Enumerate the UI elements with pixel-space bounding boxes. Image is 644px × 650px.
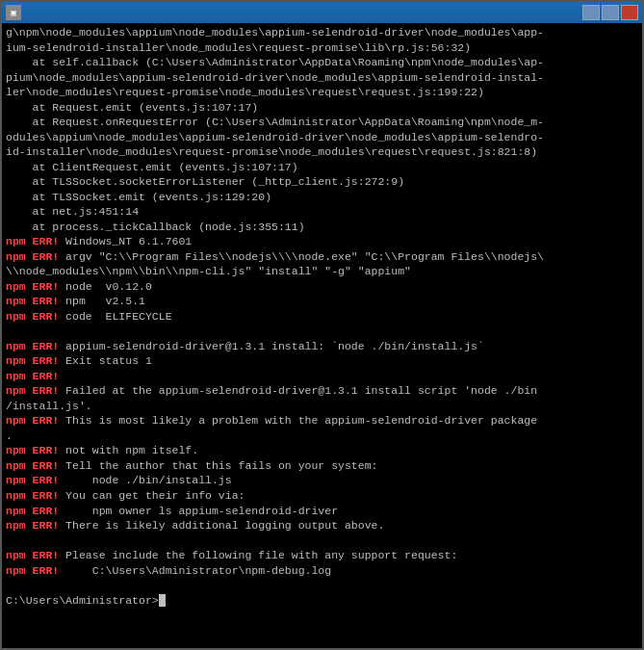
cursor [159,594,166,607]
npm-err-label: npm ERR! [6,444,59,456]
terminal-line: npm ERR! appium-selendroid-driver@1.3.1 … [6,339,638,354]
terminal-line: npm ERR! There is likely additional logg… [6,518,638,533]
npm-err-text: argv "C:\\Program Files\\nodejs\\\\node.… [6,250,544,278]
npm-err-text: node ./bin/install.js [59,474,231,486]
npm-err-label: npm ERR! [6,474,59,486]
npm-err-text: npm v2.5.1 [59,295,145,307]
npm-err-label: npm ERR! [6,564,59,577]
terminal-line: npm ERR! node v0.12.0 [6,279,638,295]
minimize-button[interactable] [582,5,600,20]
npm-err-label: npm ERR! [6,489,59,502]
npm-err-text: Exit status 1 [59,354,152,367]
close-button[interactable] [621,5,638,20]
terminal-body[interactable]: g\npm\node_modules\appium\node_modules\a… [2,23,642,648]
terminal-line: at ClientRequest.emit (events.js:107:17) [6,160,638,175]
cmd-window: ▣ g\npm\node_modules\appium\node_modules… [0,0,644,650]
terminal-line: npm ERR! Please include the following fi… [6,548,638,563]
terminal-line: npm ERR! Exit status 1 [6,353,638,369]
npm-err-label: npm ERR! [6,370,59,382]
npm-err-text: npm owner ls appium-selendroid-driver [59,505,338,517]
terminal-line: npm ERR! npm v2.5.1 [6,294,638,309]
npm-err-label: npm ERR! [6,384,59,397]
terminal-line: npm ERR! Failed at the appium-selendroid… [6,383,638,413]
titlebar: ▣ [2,2,642,23]
npm-err-text: You can get their info via: [59,489,245,502]
terminal-line: at Request.emit (events.js:107:17) [6,100,638,116]
npm-err-label: npm ERR! [6,505,59,517]
terminal-line: at process._tickCallback (node.js:355:11… [6,220,638,235]
cmd-icon: ▣ [6,5,21,20]
terminal-line: at net.js:451:14 [6,204,638,220]
terminal-line: C:\Users\Administrator> [6,593,638,609]
terminal-line: npm ERR! not with npm itself. [6,443,638,458]
terminal-line: npm ERR! You can get their info via: [6,488,638,504]
titlebar-left: ▣ [6,5,25,20]
npm-err-text: not with npm itself. [59,444,198,456]
terminal-line: npm ERR! Windows_NT 6.1.7601 [6,234,638,249]
terminal-line [6,578,638,593]
npm-err-label: npm ERR! [6,280,59,293]
terminal-line: npm ERR! [6,369,638,384]
npm-err-label: npm ERR! [6,549,59,561]
npm-err-label: npm ERR! [6,519,59,532]
npm-err-text: Please include the following file with a… [59,549,457,561]
npm-err-text: Failed at the appium-selendroid-driver@1… [6,384,537,412]
titlebar-buttons [582,5,638,20]
terminal-line: npm ERR! node ./bin/install.js [6,473,638,488]
npm-err-label: npm ERR! [6,295,59,307]
npm-err-text: node v0.12.0 [59,280,152,293]
terminal-line: npm ERR! code ELIFECYCLE [6,309,638,325]
terminal-line: npm ERR! npm owner ls appium-selendroid-… [6,504,638,519]
npm-err-text: Tell the author that this fails on your … [59,459,377,472]
npm-err-label: npm ERR! [6,340,59,352]
npm-err-label: npm ERR! [6,459,59,472]
terminal-line: at self.callback (C:\Users\Administrator… [6,55,638,100]
terminal-line: g\npm\node_modules\appium\node_modules\a… [6,25,638,55]
npm-err-text: code ELIFECYCLE [59,310,171,323]
npm-err-label: npm ERR! [6,310,59,323]
terminal-line [6,324,638,339]
npm-err-text: Windows_NT 6.1.7601 [59,235,192,247]
terminal-line: at TLSSocket.socketErrorListener (_http_… [6,174,638,190]
npm-err-text: appium-selendroid-driver@1.3.1 install: … [59,340,484,352]
terminal-line: npm ERR! C:\Users\Administrator\npm-debu… [6,563,638,579]
npm-err-label: npm ERR! [6,354,59,367]
terminal-line: npm ERR! Tell the author that this fails… [6,458,638,474]
npm-err-label: npm ERR! [6,250,59,263]
terminal-line: at Request.onRequestError (C:\Users\Admi… [6,115,638,160]
npm-err-text: There is likely additional logging outpu… [59,519,384,532]
npm-err-text: C:\Users\Administrator\npm-debug.log [59,564,331,577]
terminal-line [6,533,638,549]
terminal-line: npm ERR! This is most likely a problem w… [6,413,638,443]
terminal-line: at TLSSocket.emit (events.js:129:20) [6,190,638,205]
terminal-line: npm ERR! argv "C:\\Program Files\\nodejs… [6,249,638,279]
npm-err-label: npm ERR! [6,414,59,427]
npm-err-label: npm ERR! [6,235,59,247]
npm-err-text: This is most likely a problem with the a… [6,414,537,442]
maximize-button[interactable] [602,5,619,20]
